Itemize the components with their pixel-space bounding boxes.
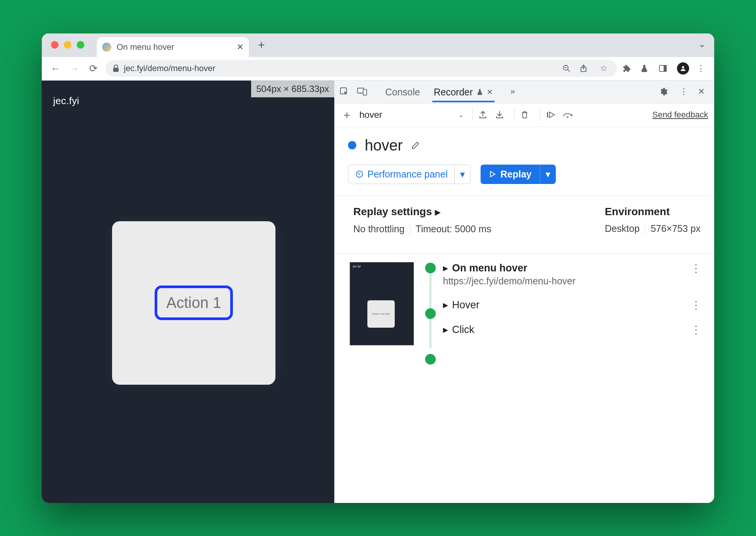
step-title: On menu hover	[452, 262, 527, 274]
thumbnail-brand: jec.fyi	[353, 265, 361, 268]
step-thumbnail: jec.fyi Hover over this	[350, 262, 414, 346]
replay-label: Replay	[500, 169, 531, 180]
replay-button[interactable]: Replay ▾	[481, 165, 556, 184]
more-tabs-icon[interactable]: »	[505, 87, 520, 97]
performance-panel-button[interactable]: Performance panel ▾	[348, 165, 471, 184]
svg-point-12	[567, 116, 568, 118]
tab-close-icon[interactable]: ✕	[237, 42, 244, 52]
caret-right-icon: ▸	[443, 262, 448, 274]
window-minimize-button[interactable]	[64, 41, 71, 49]
timeline: ▸On menu hover https://jec.fyi/demo/menu…	[423, 262, 704, 348]
window-zoom-button[interactable]	[77, 41, 84, 49]
new-recording-icon[interactable]: ＋	[340, 107, 353, 123]
gear-icon[interactable]	[659, 87, 674, 96]
caret-right-icon: ▸	[443, 299, 448, 311]
browser-tab[interactable]: On menu hover ✕	[97, 37, 249, 57]
timeline-node	[425, 354, 436, 365]
profile-avatar[interactable]	[677, 62, 689, 75]
device-value: Desktop	[605, 223, 640, 234]
divider	[410, 224, 410, 235]
share-icon[interactable]	[580, 64, 593, 73]
recording-status-dot	[348, 141, 356, 149]
step-item[interactable]: ▸On menu hover https://jec.fyi/demo/menu…	[443, 262, 704, 299]
bookmark-star-icon[interactable]: ☆	[597, 63, 610, 73]
recording-header: hover Performance panel ▾	[334, 127, 714, 184]
tabs-dropdown-icon[interactable]: ⌄	[698, 39, 706, 49]
steps-list: ▸On menu hover https://jec.fyi/demo/menu…	[443, 262, 704, 348]
new-tab-button[interactable]: ＋	[256, 37, 267, 52]
action-button[interactable]: Action 1	[155, 285, 233, 320]
caret-right-icon: ▸	[443, 324, 448, 335]
steps-section: jec.fyi Hover over this ▸On menu hover	[334, 254, 714, 348]
omnibox[interactable]: jec.fyi/demo/menu-hover ☆	[106, 60, 617, 77]
svg-line-2	[568, 70, 570, 72]
svg-rect-6	[664, 65, 666, 71]
demo-card: Action 1	[112, 221, 275, 385]
export-icon[interactable]	[479, 110, 492, 119]
devtools-menu-icon[interactable]: ⋮	[676, 87, 691, 97]
tab-favicon	[102, 43, 111, 52]
viewport-value: 576×753 px	[651, 223, 701, 234]
browser-menu-icon[interactable]: ⋮	[694, 63, 707, 73]
labs-flask-icon[interactable]	[641, 64, 653, 73]
nav-reload-icon[interactable]: ⟳	[87, 63, 100, 75]
lock-icon	[112, 65, 119, 72]
step-over-icon[interactable]	[563, 111, 576, 119]
replay-dropdown[interactable]: ▾	[540, 165, 556, 184]
trash-icon[interactable]	[521, 111, 534, 119]
recording-settings: Replay settings▸ No throttling Timeout: …	[334, 196, 714, 242]
devtools-panel: Console Recorder ✕ » ⋮ ✕	[334, 81, 714, 503]
step-play-icon[interactable]	[546, 111, 559, 119]
titlebar: On menu hover ✕ ＋ ⌄	[42, 33, 714, 57]
thumbnail-card: Hover over this	[367, 300, 395, 328]
step-title: Click	[452, 324, 474, 335]
viewport-dimensions-label: 504px × 685.33px	[251, 81, 335, 97]
timeline-node	[425, 263, 436, 273]
extensions-icon[interactable]	[622, 64, 635, 73]
step-url: https://jec.fyi/demo/menu-hover	[443, 276, 576, 287]
step-menu-icon[interactable]: ⋮	[691, 324, 704, 336]
svg-point-7	[682, 66, 684, 68]
omnibox-url: jec.fyi/demo/menu-hover	[124, 63, 558, 73]
performance-panel-dropdown[interactable]: ▾	[454, 165, 470, 184]
recording-title: hover	[365, 137, 403, 154]
tab-recorder[interactable]: Recorder ✕	[432, 81, 495, 102]
devtools-close-icon[interactable]: ✕	[694, 87, 709, 97]
step-menu-icon[interactable]: ⋮	[691, 299, 704, 311]
timeout-value: Timeout: 5000 ms	[416, 224, 491, 235]
gauge-icon	[355, 170, 364, 178]
page-brand: jec.fyi	[53, 95, 79, 107]
tab-title: On menu hover	[117, 42, 231, 52]
recording-select[interactable]: hover ⌄	[357, 108, 466, 122]
nav-forward-icon[interactable]: →	[68, 63, 81, 75]
browser-window: On menu hover ✕ ＋ ⌄ ← → ⟳ jec.fyi/demo/m…	[42, 33, 714, 503]
tab-console[interactable]: Console	[384, 81, 422, 102]
tab-recorder-label: Recorder	[434, 87, 473, 98]
inspect-element-icon[interactable]	[340, 87, 355, 96]
divider	[472, 108, 473, 121]
import-icon[interactable]	[495, 110, 508, 119]
svg-point-14	[359, 174, 360, 175]
labs-flask-icon	[477, 89, 483, 95]
window-close-button[interactable]	[51, 41, 59, 49]
step-menu-icon[interactable]: ⋮	[691, 262, 704, 274]
rendered-page: jec.fyi 504px × 685.33px Action 1	[42, 81, 334, 503]
side-panel-icon[interactable]	[659, 65, 672, 72]
recorder-toolbar: ＋ hover ⌄	[334, 103, 714, 127]
device-toggle-icon[interactable]	[357, 87, 372, 96]
send-feedback-link[interactable]: Send feedback	[652, 110, 708, 120]
environment-heading: Environment	[605, 206, 701, 218]
step-item[interactable]: ▸Hover ⋮	[443, 299, 704, 324]
step-title: Hover	[452, 299, 479, 311]
svg-rect-11	[547, 112, 548, 118]
replay-settings-heading[interactable]: Replay settings▸	[353, 206, 491, 218]
timeline-rail	[423, 262, 436, 348]
timeline-node	[425, 308, 436, 319]
step-item[interactable]: ▸Click ⋮	[443, 324, 704, 348]
tab-recorder-close-icon[interactable]: ✕	[487, 87, 493, 97]
toolbar: ← → ⟳ jec.fyi/demo/menu-hover ☆	[42, 57, 714, 81]
divider	[645, 223, 645, 235]
zoom-out-icon[interactable]	[562, 64, 575, 73]
edit-title-icon[interactable]	[411, 141, 420, 150]
nav-back-icon[interactable]: ←	[49, 63, 62, 75]
